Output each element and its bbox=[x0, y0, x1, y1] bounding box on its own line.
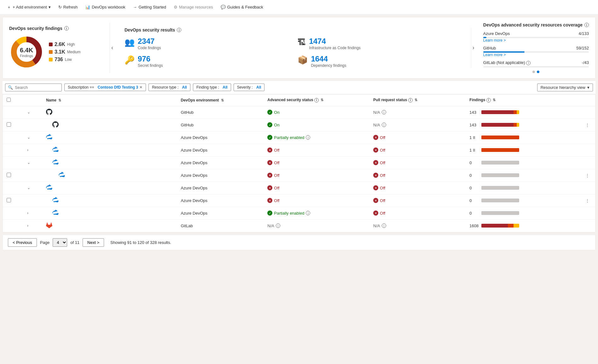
severity-filter[interactable]: Severity : All bbox=[234, 84, 265, 91]
check-icon: ✓ bbox=[267, 211, 272, 216]
row-more-actions-button[interactable]: ⋮ bbox=[583, 197, 591, 204]
row-checkbox[interactable] bbox=[7, 173, 11, 177]
findings-count: 0 bbox=[469, 173, 479, 178]
na-info-icon[interactable]: i bbox=[382, 223, 386, 228]
findings-info-icon[interactable]: i bbox=[486, 98, 491, 102]
security-sort-icon[interactable]: ⇅ bbox=[321, 98, 323, 102]
findings-bar-chart bbox=[481, 224, 519, 228]
previous-button[interactable]: < Previous bbox=[8, 238, 37, 247]
azure-devops-learn-more-link[interactable]: Learn more > bbox=[483, 38, 589, 43]
header-security-col[interactable]: Advanced security status i ⇅ bbox=[264, 95, 369, 106]
bar-orange bbox=[481, 148, 519, 152]
row-checkbox[interactable] bbox=[7, 122, 11, 127]
row-checkbox-cell bbox=[3, 144, 22, 156]
carousel-prev-button[interactable]: ‹ bbox=[110, 43, 114, 52]
expand-button[interactable]: › bbox=[26, 147, 30, 153]
expand-button[interactable]: › bbox=[26, 223, 30, 228]
bar-red bbox=[481, 224, 508, 228]
getting-started-button[interactable]: → Getting Started bbox=[130, 3, 169, 11]
search-input[interactable] bbox=[15, 85, 59, 90]
bar-orange bbox=[514, 123, 517, 127]
row-expand-cell: › bbox=[22, 144, 42, 156]
partial-info-icon[interactable]: i bbox=[306, 135, 310, 140]
row-actions-cell bbox=[572, 131, 595, 144]
findings-donut-panel: DevOps security findings i 6.4K Fi bbox=[9, 22, 110, 73]
search-box[interactable]: 🔍 bbox=[5, 84, 62, 91]
findings-bar: 0 bbox=[469, 198, 568, 203]
partial-info-icon[interactable]: i bbox=[306, 211, 310, 215]
devops-workbook-button[interactable]: 📊 DevOps workbook bbox=[82, 3, 128, 11]
table-row: ⌄ Azure DevOps✓ Partially enabled i✕ Off… bbox=[3, 131, 595, 144]
carousel-dot-1 bbox=[532, 71, 535, 73]
view-selector[interactable]: Resource hierarchy view ▾ bbox=[537, 84, 593, 91]
guides-button[interactable]: 💬 Guides & Feedback bbox=[218, 3, 266, 11]
row-findings-cell: 143 bbox=[466, 106, 572, 118]
row-env-cell: GitHub bbox=[177, 118, 264, 131]
select-all-checkbox[interactable] bbox=[7, 98, 11, 102]
collapse-button[interactable]: ⌄ bbox=[26, 185, 32, 191]
row-name-cell bbox=[42, 131, 177, 144]
row-findings-cell: 0 bbox=[466, 156, 572, 169]
row-actions-cell: ⋮ bbox=[572, 194, 595, 207]
bar-gray bbox=[481, 186, 519, 190]
manage-resources-button[interactable]: ⚙ Manage resources bbox=[171, 3, 216, 11]
resource-type-filter[interactable]: Resource type : All bbox=[148, 84, 190, 91]
collapse-button[interactable]: ⌄ bbox=[26, 135, 32, 140]
results-info-icon[interactable]: i bbox=[177, 28, 181, 32]
row-name-cell bbox=[42, 194, 177, 207]
donut-center: 6.4K Findings bbox=[20, 47, 33, 58]
row-checkbox[interactable] bbox=[7, 198, 11, 202]
table-row: Azure DevOps✕ Off✕ Off 0 ⋮ bbox=[3, 169, 595, 182]
pr-sort-icon[interactable]: ⇅ bbox=[415, 98, 417, 102]
row-icon bbox=[59, 174, 65, 179]
security-status-off: ✕ Off bbox=[267, 198, 366, 203]
gitlab-info-icon[interactable]: i bbox=[526, 61, 531, 65]
collapse-button[interactable]: ⌄ bbox=[26, 160, 32, 165]
row-actions-cell bbox=[572, 219, 595, 232]
code-findings-icon: 👥 bbox=[125, 38, 135, 47]
row-pr-cell: ✕ Off bbox=[369, 169, 466, 182]
env-sort-icon[interactable]: ⇅ bbox=[221, 98, 224, 102]
header-checkbox-col bbox=[3, 95, 22, 106]
table-container: Name ⇅ DevOps environment ⇅ Advanced sec… bbox=[3, 94, 595, 233]
x-icon: ✕ bbox=[373, 147, 378, 153]
collapse-button[interactable]: ⌄ bbox=[26, 109, 32, 115]
row-more-actions-button[interactable]: ⋮ bbox=[583, 121, 591, 129]
security-status-off: ✕ Off bbox=[267, 160, 366, 165]
carousel-next-button[interactable]: › bbox=[471, 43, 476, 52]
findings-info-icon[interactable]: i bbox=[64, 26, 69, 31]
next-button[interactable]: Next > bbox=[83, 238, 104, 247]
row-expand-cell: › bbox=[22, 219, 42, 232]
page-select[interactable]: 4 bbox=[53, 238, 67, 247]
findings-bar-chart bbox=[481, 110, 519, 114]
findings-sort-icon[interactable]: ⇅ bbox=[493, 98, 496, 102]
add-environment-button[interactable]: ＋ + Add environment ▾ bbox=[4, 3, 54, 12]
row-more-actions-button[interactable]: ⋮ bbox=[583, 172, 591, 179]
na-info-icon[interactable]: i bbox=[382, 110, 386, 114]
name-sort-icon[interactable]: ⇅ bbox=[58, 98, 61, 102]
pr-info-icon[interactable]: i bbox=[408, 98, 413, 102]
subscription-filter[interactable]: Subscription == Contoso DfD Testing 3 ✕ bbox=[64, 84, 146, 91]
view-chevron-icon: ▾ bbox=[587, 85, 589, 90]
row-name-cell bbox=[42, 156, 177, 169]
table-row: Azure DevOps✕ Off✕ Off 0 ⋮ bbox=[3, 194, 595, 207]
coverage-info-icon[interactable]: i bbox=[584, 23, 589, 27]
search-icon: 🔍 bbox=[8, 85, 13, 90]
header-pr-col[interactable]: Pull request status i ⇅ bbox=[369, 95, 466, 106]
row-findings-cell: 1 II bbox=[466, 144, 572, 156]
security-info-icon[interactable]: i bbox=[314, 98, 319, 102]
security-status-off: ✕ Off bbox=[267, 173, 366, 178]
findings-bar-chart bbox=[481, 123, 519, 127]
finding-type-filter[interactable]: Finding type : All bbox=[193, 84, 231, 91]
bar-red bbox=[481, 110, 514, 114]
expand-button[interactable]: › bbox=[26, 210, 30, 216]
na-info-icon[interactable]: i bbox=[276, 223, 280, 228]
header-name-col[interactable]: Name ⇅ bbox=[42, 95, 177, 106]
github-learn-more-link[interactable]: Learn more > bbox=[483, 53, 589, 57]
refresh-button[interactable]: ↻ Refresh bbox=[55, 3, 81, 11]
na-info-icon[interactable]: i bbox=[382, 123, 386, 127]
row-findings-cell: 1608 bbox=[466, 219, 572, 232]
header-findings-col[interactable]: Findings i ⇅ bbox=[466, 95, 572, 106]
security-status-na: N/A i bbox=[267, 223, 366, 228]
header-env-col[interactable]: DevOps environment ⇅ bbox=[177, 95, 264, 106]
